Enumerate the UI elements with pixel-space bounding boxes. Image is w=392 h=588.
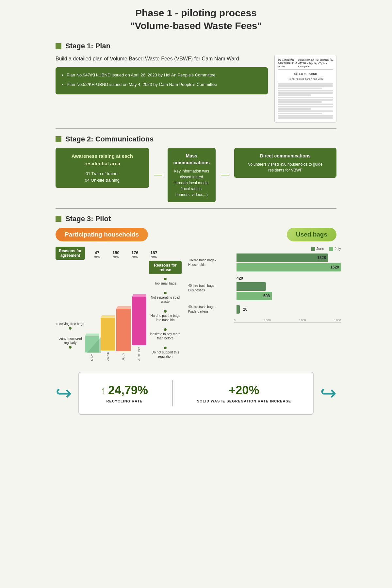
recycling-rate-label: RECYCLING RATE — [101, 399, 148, 403]
awareness-item-2: 04 On-site training — [61, 177, 143, 184]
stage1-title: Stage 1: Plan — [65, 42, 110, 50]
upload-icon: ↑ — [101, 385, 106, 396]
bar-june-kg-label: 20 — [243, 307, 247, 312]
month-label-august: AUGUST — [138, 347, 141, 361]
recycle-section: ↑ 24,79% RECYCLING RATE +20% SOLID WASTE… — [78, 372, 314, 415]
agree-reason-1: receiving free bags — [56, 322, 85, 331]
reasons-refuse-header: Reasons for refuse — [149, 261, 182, 274]
refuse-reason-5: Do not support this regulation — [149, 346, 182, 359]
stage3-indicator — [56, 216, 61, 222]
connector-line-1 — [154, 175, 162, 175]
bar-june-biz — [237, 282, 266, 291]
segregation-rate-label: SOLID WASTE SEGREGATION RATE INCREASE — [197, 399, 291, 403]
bar-june-hh: 1328 — [237, 253, 328, 262]
stage1-subtitle: Build a detailed plan of Volume Based Wa… — [56, 55, 268, 63]
stage1-indicator — [56, 43, 61, 49]
segregation-rate-stat: +20% SOLID WASTE SEGREGATION RATE INCREA… — [197, 384, 291, 403]
connector-line-2 — [221, 175, 229, 175]
reasons-agree-header: Reasons for agreement — [56, 247, 85, 260]
bags-row-2: 40-litre trash bags - Businesses 420 508 — [188, 276, 341, 300]
refuse-reason-3: Hard to put the bags into trash bin — [149, 309, 182, 322]
awareness-box: Awareness raising at each residential ar… — [56, 148, 149, 188]
recycle-divider — [172, 380, 173, 406]
awareness-item-1: 01 Train of trainer — [61, 171, 143, 177]
month-label-june: JUNE — [106, 352, 109, 361]
hhs-num-may: 47 — [88, 250, 106, 255]
hhs-num-july: 176 — [125, 250, 144, 255]
bags-xaxis: 0 1,000 2,000 3,000 — [188, 318, 341, 322]
used-bags-pill: Used bags — [287, 228, 336, 241]
page-title: Phase 1 - piloting process "Volume-based… — [56, 7, 336, 32]
month-label-july: JULY — [122, 352, 125, 361]
bar-july-hh: 1520 — [237, 263, 341, 271]
bags-row-3: 40-litre trash bags - Kindergartens 20 — [188, 305, 341, 314]
hhs-num-aug: 187 — [144, 250, 163, 255]
refuse-reason-1: Too small bags — [149, 277, 182, 286]
agree-reason-2: being monitored regularly — [56, 336, 85, 350]
participating-households-pill: Participating households — [56, 228, 148, 241]
mass-communications-box: Mass communications Key information was … — [168, 148, 216, 202]
stage2-indicator — [56, 136, 61, 142]
bags-row-1: 10-litre trash bags - Households 1328 15… — [188, 253, 341, 271]
direct-communications-box: Direct communications Volunteers visited… — [234, 148, 336, 178]
plan-item-2: Plan No.52/KH-UBND issued on May 4, 2023… — [67, 81, 263, 88]
bags-legend: June July — [188, 247, 341, 251]
recycling-rate-stat: ↑ 24,79% RECYCLING RATE — [101, 384, 148, 403]
recycling-rate-num: 24,79% — [108, 384, 148, 397]
bar-june-biz-label: 420 — [237, 276, 243, 281]
stage2-title: Stage 2: Communications — [65, 135, 154, 143]
stage1-document: ỦY BAN NHÂN DÂN THÀNH PHỐ QUÁN CỘNG HÒA … — [274, 55, 336, 122]
refuse-reason-2: Not separating solid waste — [149, 291, 182, 304]
right-arrow-icon: ↪ — [320, 384, 336, 403]
plan-item-1: Plan No.947/KH-UBND issued on April 26, … — [67, 71, 263, 79]
bar-june-kg — [237, 305, 240, 314]
bar-july-biz: 508 — [237, 292, 272, 300]
segregation-rate-num: +20% — [197, 384, 291, 397]
stage3-title: Stage 3: Pilot — [65, 215, 111, 223]
left-arrow-icon: ↩ — [56, 384, 72, 403]
hhs-num-june: 150 — [106, 250, 125, 255]
plan-box: Plan No.947/KH-UBND issued on April 26, … — [56, 67, 268, 94]
refuse-reason-4: Hesitate to pay more than before — [149, 327, 182, 340]
month-label-may: MAY — [90, 354, 94, 361]
